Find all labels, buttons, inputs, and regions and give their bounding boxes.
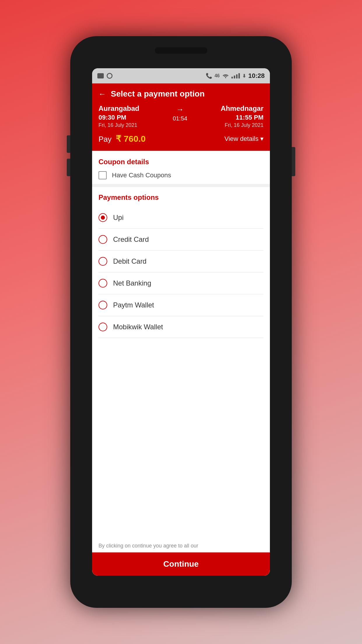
payment-option-mobikwik[interactable]: Mobikwik Wallet	[99, 316, 263, 338]
wifi-icon	[222, 73, 229, 78]
chevron-down-icon: ▾	[260, 135, 263, 143]
power-button[interactable]	[292, 147, 295, 176]
pay-label: Pay	[99, 135, 112, 144]
coupon-title: Coupon details	[99, 158, 263, 166]
payment-credit-card-label: Credit Card	[113, 235, 149, 244]
pay-row: Pay ₹ 760.0 View details ▾	[99, 134, 263, 144]
payments-section: Payments options Upi Credit Card Debit	[92, 187, 270, 539]
to-city: Ahmednagar	[221, 104, 263, 113]
payment-net-banking-label: Net Banking	[113, 279, 151, 287]
download-icon: ⬇	[242, 73, 246, 79]
to-date: Fri, 16 July 2021	[225, 122, 263, 128]
radio-upi[interactable]	[99, 213, 107, 222]
journey-row: Aurangabad 09:30 PM Fri, 16 July 2021 → …	[99, 104, 263, 128]
content-area: Coupon details Have Cash Coupons Payment…	[92, 151, 270, 576]
radio-paytm[interactable]	[99, 301, 107, 309]
volume-down-button[interactable]	[67, 159, 70, 176]
journey-to: Ahmednagar 11:55 PM Fri, 16 July 2021	[221, 104, 263, 128]
payment-option-paytm[interactable]: Paytm Wallet	[99, 294, 263, 316]
payments-title: Payments options	[99, 193, 263, 202]
status-time: 10:28	[248, 72, 265, 80]
journey-middle: → 01:54	[173, 104, 187, 122]
payment-option-debit-card[interactable]: Debit Card	[99, 251, 263, 272]
signal-icon	[231, 73, 240, 78]
pay-amount: ₹ 760.0	[116, 134, 145, 144]
duration: 01:54	[173, 115, 187, 122]
payment-paytm-label: Paytm Wallet	[113, 301, 154, 309]
status-bar: 📞 46 ⬇ 10:28	[92, 68, 270, 83]
call-icon: 📞	[206, 73, 212, 79]
svg-point-0	[225, 77, 226, 78]
back-button[interactable]: ←	[99, 90, 106, 99]
header-title-row: ← Select a payment option	[99, 89, 263, 99]
view-details-label: View details	[224, 135, 259, 143]
payment-upi-label: Upi	[113, 214, 124, 222]
from-city: Aurangabad	[99, 104, 139, 113]
journey-from: Aurangabad 09:30 PM Fri, 16 July 2021	[99, 104, 139, 128]
from-date: Fri, 16 July 2021	[99, 122, 139, 128]
payment-option-credit-card[interactable]: Credit Card	[99, 229, 263, 251]
radio-mobikwik[interactable]	[99, 323, 107, 331]
page-title: Select a payment option	[111, 89, 205, 99]
to-time: 11:55 PM	[236, 114, 263, 121]
view-details-button[interactable]: View details ▾	[224, 135, 263, 143]
screen: 📞 46 ⬇ 10:28 ← S	[92, 68, 270, 576]
from-time: 09:30 PM	[99, 114, 139, 121]
payment-option-upi[interactable]: Upi	[99, 207, 263, 229]
circle-icon	[107, 73, 113, 79]
header: ← Select a payment option Aurangabad 09:…	[92, 83, 270, 151]
photo-icon	[97, 73, 104, 78]
radio-debit-card[interactable]	[99, 257, 107, 266]
arrow-icon: →	[176, 105, 184, 114]
payment-option-net-banking[interactable]: Net Banking	[99, 272, 263, 294]
coupon-checkbox-row[interactable]: Have Cash Coupons	[99, 171, 263, 179]
payment-debit-card-label: Debit Card	[113, 257, 147, 265]
volume-up-button[interactable]	[67, 135, 70, 153]
radio-net-banking[interactable]	[99, 279, 107, 288]
cash-coupon-label: Have Cash Coupons	[112, 172, 171, 179]
radio-upi-inner	[101, 216, 105, 220]
status-right-icons: 📞 46 ⬇ 10:28	[206, 72, 265, 80]
disclaimer-text: By clicking on continue you agree to all…	[92, 539, 270, 552]
phone-shell: 📞 46 ⬇ 10:28 ← S	[70, 36, 292, 608]
status-left-icons	[97, 73, 113, 79]
payment-mobikwik-label: Mobikwik Wallet	[113, 323, 163, 331]
network-label: 46	[215, 73, 220, 78]
coupon-section: Coupon details Have Cash Coupons	[92, 151, 270, 187]
cash-coupon-checkbox[interactable]	[99, 171, 107, 179]
continue-button[interactable]: Continue	[92, 552, 270, 576]
radio-credit-card[interactable]	[99, 235, 107, 244]
pay-amount-group: Pay ₹ 760.0	[99, 134, 146, 144]
